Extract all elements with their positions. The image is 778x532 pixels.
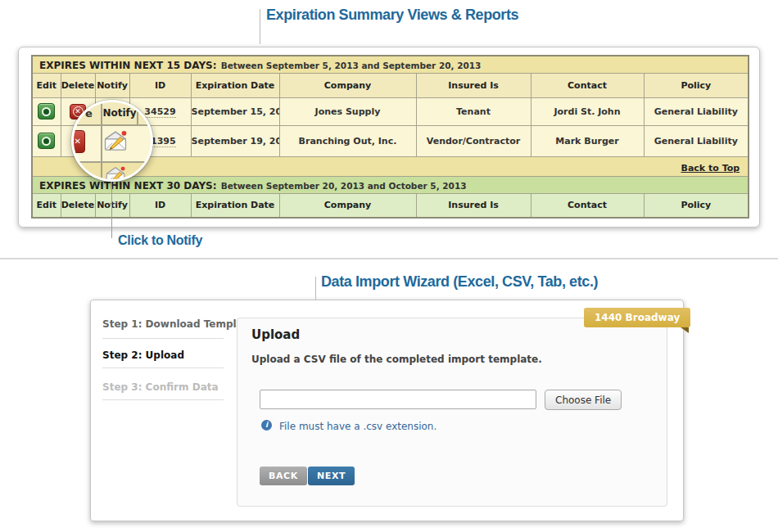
col-header-notify: Notify xyxy=(95,73,129,97)
expires-15-heading: EXPIRES WITHIN NEXT 15 DAYS: xyxy=(39,60,217,71)
location-badge: 1440 Broadway xyxy=(584,308,690,327)
col-header-policy: Policy xyxy=(644,193,749,218)
import-title-connector-line xyxy=(315,277,316,300)
lens-grid-line xyxy=(74,124,151,126)
lens-notify-envelope-icon-partial xyxy=(105,165,126,182)
insured-is-cell: Vendor/Contractor xyxy=(416,125,531,156)
col-header-delete: Delete xyxy=(61,193,95,218)
choose-file-button[interactable]: Choose File xyxy=(545,390,622,410)
table-header-row-15: Edit Delete Notify ID Expiration Date Co… xyxy=(32,73,749,97)
policy-cell: General Liability xyxy=(644,125,749,156)
back-button[interactable]: BACK xyxy=(260,467,307,485)
edit-icon[interactable] xyxy=(38,133,55,149)
edit-icon-dot xyxy=(42,137,51,146)
lens-notify-envelope-icon[interactable] xyxy=(103,129,128,154)
insured-is-cell: Tenant xyxy=(416,97,531,125)
import-wizard-title: Data Import Wizard (Excel, CSV, Tab, etc… xyxy=(321,273,598,291)
policy-cell: General Liability xyxy=(644,97,749,125)
col-header-edit: Edit xyxy=(32,193,61,218)
magnifier-lens: e Notify ✕ xyxy=(71,100,153,182)
expiration-date-cell: September 15, 2013 xyxy=(191,97,279,125)
upload-instruction: Upload a CSV file of the completed impor… xyxy=(251,354,542,365)
notify-callout-connector-line xyxy=(111,181,112,238)
info-icon: i xyxy=(261,420,272,431)
location-badge-label: 1440 Broadway xyxy=(595,312,680,323)
contact-cell: Mark Burger xyxy=(531,125,644,156)
expiration-section-title: Expiration Summary Views & Reports xyxy=(266,7,518,24)
file-path-input[interactable] xyxy=(260,390,536,409)
col-header-insured-is: Insured Is xyxy=(416,193,531,218)
expiration-date-cell: September 19, 2013 xyxy=(191,125,279,156)
expiration-title-connector-line xyxy=(260,9,260,44)
page: Expiration Summary Views & Reports EXPIR… xyxy=(0,0,778,532)
col-header-delete: Delete xyxy=(61,73,95,97)
edit-icon-dot xyxy=(42,107,51,116)
col-header-company: Company xyxy=(279,73,416,97)
edit-icon[interactable] xyxy=(38,103,55,119)
lens-notify-header: Notify xyxy=(102,107,138,119)
upload-heading: Upload xyxy=(251,327,300,342)
col-header-expiration-date: Expiration Date xyxy=(191,193,279,218)
col-header-notify: Notify xyxy=(95,193,129,218)
step-2-upload[interactable]: Step 2: Upload xyxy=(102,349,233,361)
lens-partial-letter: e xyxy=(85,107,93,119)
step-divider xyxy=(102,338,224,339)
step-1-download-template[interactable]: Step 1: Download Template xyxy=(102,318,233,330)
col-header-expiration-date: Expiration Date xyxy=(191,73,279,97)
col-header-contact: Contact xyxy=(531,193,644,218)
record-id-link[interactable]: 34529 xyxy=(144,106,175,118)
company-cell: Branching Out, Inc. xyxy=(279,125,416,156)
step-divider xyxy=(102,367,224,368)
contact-cell: Jordi St. John xyxy=(531,97,644,125)
expires-30-days-band: EXPIRES WITHIN NEXT 30 DAYS: Between Sep… xyxy=(32,176,749,193)
col-header-contact: Contact xyxy=(531,73,644,97)
step-divider xyxy=(102,399,224,400)
csv-extension-hint: File must have a .csv extension. xyxy=(279,421,436,432)
expires-30-subheading: Between September 20, 2013 and October 5… xyxy=(221,181,467,191)
col-header-insured-is: Insured Is xyxy=(416,73,531,97)
col-header-id: ID xyxy=(129,193,191,218)
table-header-row-30: Edit Delete Notify ID Expiration Date Co… xyxy=(32,193,749,218)
import-wizard-panel: 1440 Broadway Step 1: Download Template … xyxy=(90,300,684,521)
company-cell: Jones Supply xyxy=(279,97,416,125)
expires-15-subheading: Between September 5, 2013 and September … xyxy=(221,61,482,70)
back-to-top-link[interactable]: Back to Top xyxy=(681,163,740,174)
col-header-policy: Policy xyxy=(644,73,749,97)
next-button[interactable]: NEXT xyxy=(308,467,355,485)
step-3-confirm-data: Step 3: Confirm Data xyxy=(102,381,233,393)
col-header-edit: Edit xyxy=(32,73,61,97)
col-header-company: Company xyxy=(279,193,416,218)
lens-delete-icon-fragment: ✕ xyxy=(71,130,85,153)
expires-15-days-band: EXPIRES WITHIN NEXT 15 DAYS: Between Sep… xyxy=(32,56,749,73)
section-divider xyxy=(0,258,778,259)
expires-30-heading: EXPIRES WITHIN NEXT 30 DAYS: xyxy=(39,180,217,192)
lens-grid-line xyxy=(74,161,151,163)
click-to-notify-label: Click to Notify xyxy=(118,233,202,248)
badge-fold xyxy=(681,327,689,333)
col-header-id: ID xyxy=(129,73,191,97)
upload-step-content: Upload Upload a CSV file of the complete… xyxy=(237,318,667,507)
